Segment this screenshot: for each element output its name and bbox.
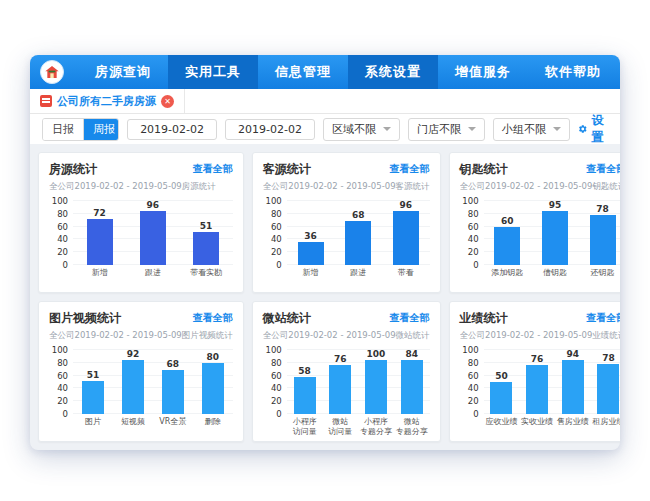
bar <box>401 360 423 414</box>
bar-column: 92 <box>122 350 144 414</box>
x-axis-category-label: 微站 专题分享 <box>394 417 430 435</box>
y-axis-tick-label: 0 <box>276 260 281 270</box>
bar-column: 94 <box>562 350 584 414</box>
bar-value-label: 60 <box>501 217 514 226</box>
x-axis-category-label: 图片 <box>73 417 113 435</box>
view-all-link[interactable]: 查看全部 <box>193 311 233 325</box>
x-axis-category-label: 实收业绩 <box>519 417 555 435</box>
region-dropdown[interactable]: 区域不限 <box>323 118 400 141</box>
bar <box>490 382 512 414</box>
x-axis-category-label: 微站 访问量 <box>322 417 358 435</box>
y-axis-tick-label: 60 <box>271 371 282 381</box>
bar <box>393 211 419 265</box>
y-axis-tick-label: 100 <box>266 196 282 206</box>
chart-card-customer-stats: 客源统计 查看全部 全公司2019-02-02 - 2019-05-09客源统计… <box>252 152 441 293</box>
report-period-segmented-control: 日报 周报 月报 年报 <box>42 118 119 141</box>
chart-card-microsite-stats: 微站统计 查看全部 全公司2019-02-02 - 2019-05-09微站统计… <box>252 301 441 442</box>
bar <box>526 365 548 414</box>
tab-company-second-hand-listings[interactable]: 公司所有二手房房源 ✕ <box>30 89 185 113</box>
x-axis-category-label: 跟进 <box>126 268 179 286</box>
bar <box>82 381 104 414</box>
y-axis-tick-label: 80 <box>57 209 68 219</box>
nav-item-value-added-services[interactable]: 增值服务 <box>438 55 528 89</box>
y-axis-tick-label: 0 <box>276 409 281 419</box>
bar-column: 36 <box>298 201 324 265</box>
bar <box>87 219 113 265</box>
settings-button[interactable]: 设置 <box>578 112 608 146</box>
bar-value-label: 96 <box>400 201 413 210</box>
x-axis-category-label: 借钥匙 <box>531 268 579 286</box>
app-logo-house-icon <box>40 60 64 84</box>
x-axis-category-label: 租房业绩 <box>591 417 620 435</box>
bar <box>562 360 584 414</box>
bar-column: 60 <box>494 201 520 265</box>
x-axis-category-label: 新增 <box>287 268 335 286</box>
store-dropdown[interactable]: 门店不限 <box>408 118 485 141</box>
chart-card-housing-stats: 房源统计 查看全部 全公司2019-02-02 - 2019-05-09房源统计… <box>38 152 244 293</box>
nav-item-software-help[interactable]: 软件帮助 <box>528 55 618 89</box>
y-axis-tick-label: 20 <box>271 396 282 406</box>
chevron-down-icon <box>383 127 391 131</box>
chevron-down-icon <box>553 127 561 131</box>
x-axis-category-label: 短视频 <box>113 417 153 435</box>
y-axis-tick-label: 40 <box>271 234 282 244</box>
chart-subtitle: 全公司2019-02-02 - 2019-05-09微站统计 <box>263 330 430 342</box>
bar-value-label: 84 <box>405 350 418 359</box>
view-all-link[interactable]: 查看全部 <box>390 162 430 176</box>
view-all-link[interactable]: 查看全部 <box>193 162 233 176</box>
y-axis-tick-label: 0 <box>473 409 478 419</box>
y-axis-tick-label: 0 <box>473 260 478 270</box>
y-axis-tick-label: 20 <box>57 247 68 257</box>
bar-value-label: 50 <box>495 372 508 381</box>
bar-value-label: 76 <box>334 355 347 364</box>
bar <box>597 364 619 414</box>
bar <box>494 227 520 265</box>
tab-document-icon <box>40 95 52 107</box>
x-axis-category-label: 带看 <box>382 268 430 286</box>
bar-value-label: 78 <box>596 205 609 214</box>
x-axis-category-label: VR全景 <box>153 417 193 435</box>
period-weekly-button[interactable]: 周报 <box>84 119 119 140</box>
bar-chart: 020406080100366896 新增跟进带看 <box>263 193 430 286</box>
y-axis-tick-label: 40 <box>468 383 479 393</box>
bar-column: 95 <box>542 201 568 265</box>
bar <box>294 377 316 414</box>
period-daily-button[interactable]: 日报 <box>43 119 84 140</box>
bar <box>590 215 616 265</box>
bar <box>365 360 387 414</box>
view-all-link[interactable]: 查看全部 <box>586 311 620 325</box>
bar-column: 68 <box>162 350 184 414</box>
x-axis-category-label: 还钥匙 <box>579 268 620 286</box>
y-axis-tick-label: 60 <box>57 371 68 381</box>
y-axis-tick-label: 60 <box>468 222 479 232</box>
bar-column: 84 <box>401 350 423 414</box>
date-from-input[interactable]: 2019-02-02 <box>127 119 217 140</box>
chart-subtitle: 全公司2019-02-02 - 2019-05-09业绩统计 <box>460 330 620 342</box>
x-axis-category-label: 带看实勘 <box>180 268 233 286</box>
group-dropdown[interactable]: 小组不限 <box>493 118 570 141</box>
y-axis-tick-label: 40 <box>57 383 68 393</box>
bar-column: 78 <box>597 350 619 414</box>
chart-subtitle: 全公司2019-02-02 - 2019-05-09图片视频统计 <box>49 330 233 342</box>
y-axis-tick-label: 20 <box>271 247 282 257</box>
view-all-link[interactable]: 查看全部 <box>586 162 620 176</box>
bar <box>298 242 324 265</box>
bar <box>202 363 224 414</box>
view-all-link[interactable]: 查看全部 <box>390 311 430 325</box>
nav-item-listing-search[interactable]: 房源查询 <box>78 55 168 89</box>
chart-subtitle: 全公司2019-02-02 - 2019-05-09钥匙统计 <box>460 181 620 193</box>
date-to-input[interactable]: 2019-02-02 <box>225 119 315 140</box>
bar-chart: 020406080100729651 新增跟进带看实勘 <box>49 193 233 286</box>
chart-title: 微站统计 <box>263 310 311 327</box>
chart-card-key-stats: 钥匙统计 查看全部 全公司2019-02-02 - 2019-05-09钥匙统计… <box>449 152 620 293</box>
nav-item-system-settings[interactable]: 系统设置 <box>348 55 438 89</box>
y-axis-tick-label: 20 <box>57 396 68 406</box>
nav-item-info-management[interactable]: 信息管理 <box>258 55 348 89</box>
tab-close-icon[interactable]: ✕ <box>161 95 174 108</box>
bar-value-label: 92 <box>127 350 140 359</box>
nav-item-utilities[interactable]: 实用工具 <box>168 55 258 89</box>
filter-bar: 日报 周报 月报 年报 2019-02-02 2019-02-02 区域不限 门… <box>30 114 620 144</box>
bar-value-label: 58 <box>298 367 311 376</box>
bar <box>122 360 144 414</box>
y-axis-tick-label: 0 <box>63 260 68 270</box>
